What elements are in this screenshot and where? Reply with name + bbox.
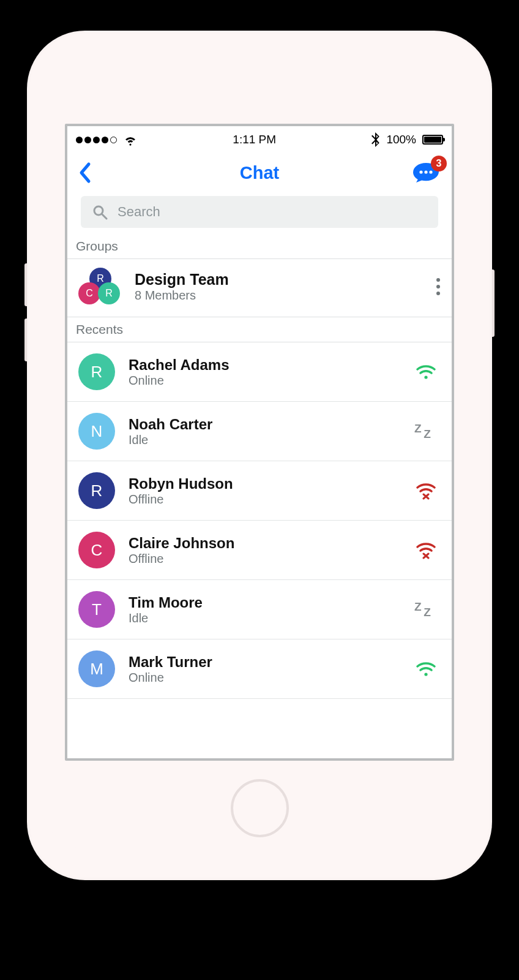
contact-status: Online xyxy=(129,374,400,388)
contact-status: Offline xyxy=(129,492,400,507)
screen: 1:11 PM 100% Chat xyxy=(65,124,454,761)
chat-notifications-button[interactable]: 3 xyxy=(411,162,441,184)
group-avatar-2: C xyxy=(78,282,100,304)
phone-frame: 1:11 PM 100% Chat xyxy=(27,31,492,880)
contact-name: Robyn Hudson xyxy=(129,475,400,492)
avatar: C xyxy=(78,532,115,568)
navbar: Chat 3 xyxy=(67,153,452,192)
notification-badge: 3 xyxy=(431,156,447,172)
contact-status: Idle xyxy=(129,433,400,447)
battery-percentage: 100% xyxy=(386,133,416,146)
home-button[interactable] xyxy=(231,779,289,837)
svg-text:Z: Z xyxy=(414,601,422,613)
svg-point-13 xyxy=(424,673,427,676)
online-status-icon xyxy=(414,660,438,677)
bluetooth-icon xyxy=(371,132,380,147)
contact-status: Online xyxy=(129,671,400,685)
search-icon xyxy=(92,204,108,220)
avatar: T xyxy=(78,591,115,628)
contact-status: Offline xyxy=(129,552,400,566)
svg-point-5 xyxy=(436,278,440,282)
back-button[interactable] xyxy=(78,162,92,184)
contact-row[interactable]: NNoah CarterIdle Z Z xyxy=(67,402,452,461)
avatar: R xyxy=(78,353,115,390)
svg-point-6 xyxy=(436,285,440,288)
status-bar: 1:11 PM 100% xyxy=(67,126,452,153)
wifi-icon xyxy=(123,132,138,147)
svg-point-0 xyxy=(419,170,422,173)
contact-status: Idle xyxy=(129,611,400,625)
contact-name: Mark Turner xyxy=(129,654,400,671)
svg-point-3 xyxy=(94,206,103,215)
contact-row[interactable]: TTim MooreIdle Z Z xyxy=(67,580,452,639)
contact-name: Noah Carter xyxy=(129,416,400,433)
group-avatar-3: R xyxy=(98,282,120,304)
phone-power-button xyxy=(492,270,495,337)
groups-header: Groups xyxy=(67,234,452,259)
group-members: 8 Members xyxy=(135,288,424,303)
svg-text:Z: Z xyxy=(424,606,431,618)
group-avatars: R C R xyxy=(76,268,122,306)
avatar: N xyxy=(78,413,115,450)
svg-line-4 xyxy=(102,214,106,219)
contact-row[interactable]: CClaire JohnsonOffline xyxy=(67,521,452,580)
phone-volume-down xyxy=(24,318,27,361)
svg-text:Z: Z xyxy=(424,428,431,440)
svg-point-2 xyxy=(429,170,432,173)
offline-status-icon xyxy=(414,481,438,500)
group-name: Design Team xyxy=(135,271,424,288)
contact-row[interactable]: MMark TurnerOnline xyxy=(67,639,452,699)
contact-row[interactable]: RRobyn HudsonOffline xyxy=(67,461,452,521)
battery-icon xyxy=(422,135,443,145)
online-status-icon xyxy=(414,363,438,380)
avatar: M xyxy=(78,650,115,687)
offline-status-icon xyxy=(414,541,438,559)
page-title: Chat xyxy=(67,163,452,183)
idle-status-icon: Z Z xyxy=(414,423,438,440)
group-row[interactable]: R C R Design Team 8 Members xyxy=(67,259,452,317)
contact-name: Rachel Adams xyxy=(129,356,400,374)
more-icon[interactable] xyxy=(436,277,441,296)
search-box[interactable] xyxy=(81,196,438,228)
phone-volume-up xyxy=(24,263,27,306)
recents-header: Recents xyxy=(67,317,452,342)
cellular-signal-icon xyxy=(76,137,117,143)
svg-point-1 xyxy=(424,170,427,173)
svg-text:Z: Z xyxy=(414,423,422,435)
contact-row[interactable]: RRachel AdamsOnline xyxy=(67,342,452,402)
idle-status-icon: Z Z xyxy=(414,601,438,618)
svg-point-8 xyxy=(424,375,427,379)
contact-name: Tim Moore xyxy=(129,594,400,611)
status-time: 1:11 PM xyxy=(233,133,276,146)
svg-point-7 xyxy=(436,292,440,295)
search-input[interactable] xyxy=(118,204,427,220)
contact-name: Claire Johnson xyxy=(129,535,400,552)
avatar: R xyxy=(78,472,115,509)
